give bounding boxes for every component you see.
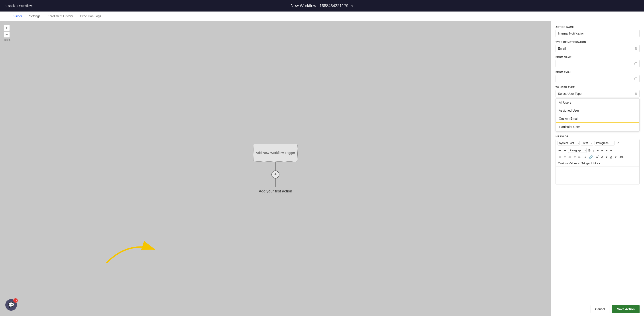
tab-builder[interactable]: Builder xyxy=(9,11,26,21)
user-type-dropdown: All Users Assigned User Custom Email Par… xyxy=(556,98,640,132)
zoom-controls: + − 100% xyxy=(4,25,10,42)
code-button[interactable]: </> xyxy=(618,155,624,159)
chat-icon: 💬 xyxy=(8,302,14,308)
highlight-arrow[interactable]: ▾ xyxy=(614,155,618,159)
notification-type-label: TYPE OF NOTIFICATION xyxy=(556,41,640,43)
header: ‹ Back to Workflows New Workflow : 16884… xyxy=(0,0,644,11)
tabs-bar: Builder Settings Enrollment History Exec… xyxy=(0,11,644,21)
paragraph-style2-wrap: Paragraph ▾ xyxy=(568,148,586,153)
zoom-in-button[interactable]: + xyxy=(4,25,10,31)
trigger-links-arrow-icon: ▾ xyxy=(599,162,600,165)
align-center-button[interactable]: ≡ xyxy=(600,148,604,153)
action-name-input[interactable] xyxy=(556,30,640,37)
toolbar-row-formatting: ↩ ↪ Paragraph ▾ B I ≡ ≡ ≡ ≡ xyxy=(556,147,639,154)
back-button[interactable]: ‹ Back to Workflows xyxy=(5,4,33,8)
dropdown-item-all-users[interactable]: All Users xyxy=(556,99,639,107)
image-button[interactable]: 🖼 xyxy=(594,155,600,159)
action-name-label: ACTION NAME xyxy=(556,26,640,28)
tab-enrollment-history[interactable]: Enrollment History xyxy=(44,11,76,21)
builder-canvas: + − 100% Add New Workflow Trigger + Add … xyxy=(0,21,551,316)
arrow-annotation xyxy=(89,227,166,272)
trigger-links-label: Trigger Links xyxy=(582,162,598,165)
font-family-wrap: System Font ▾ xyxy=(558,141,580,146)
back-label: Back to Workflows xyxy=(8,4,33,7)
italic-button[interactable]: 𝐼 xyxy=(616,141,620,146)
toolbar-row-custom: Custom Values ▾ Trigger Links ▾ xyxy=(556,160,639,166)
zoom-out-button[interactable]: − xyxy=(4,31,10,38)
add-icon: + xyxy=(274,172,277,177)
align-left-button[interactable]: ≡ xyxy=(596,148,600,153)
connector-line-1 xyxy=(275,162,276,170)
chat-button[interactable]: 💬 12 xyxy=(5,299,17,311)
toolbar-row-tools: ≔ ▾ ≔ ▾ ⇤ ⇥ 🔗 🖼 A ▾ A̲ ▾ </> xyxy=(556,154,639,160)
dropdown-item-particular-user[interactable]: Particular User xyxy=(556,123,639,131)
add-action-button[interactable]: + xyxy=(272,170,280,178)
panel-footer: Cancel Save Action xyxy=(551,302,644,316)
zoom-level: 100% xyxy=(4,38,10,42)
ordered-list-arrow[interactable]: ▾ xyxy=(573,155,576,159)
workflow-nodes: Add New Workflow Trigger + Add your firs… xyxy=(253,144,298,193)
link-button[interactable]: 🔗 xyxy=(588,155,594,159)
workflow-title: New Workflow : 1688464221179 ✎ xyxy=(291,3,353,8)
to-user-type-label: TO USER TYPE xyxy=(556,86,640,89)
indent-increase-button[interactable]: ⇥ xyxy=(583,155,587,159)
message-toolbar: System Font ▾ 12pt ▾ Paragraph xyxy=(556,139,640,184)
font-size-wrap: 12pt ▾ xyxy=(581,141,593,146)
from-name-label: FROM NAME xyxy=(556,56,640,58)
indent-decrease-button[interactable]: ⇤ xyxy=(578,155,582,159)
paragraph-style2-select[interactable]: Paragraph xyxy=(568,148,586,153)
chat-badge: 12 xyxy=(13,298,18,303)
panel-content: ACTION NAME TYPE OF NOTIFICATION Email ⇅… xyxy=(551,21,644,302)
from-email-label: FROM EMAIL xyxy=(556,71,640,74)
highlight-button[interactable]: A̲ xyxy=(609,155,613,159)
main-layout: + − 100% Add New Workflow Trigger + Add … xyxy=(0,21,644,316)
to-user-type-wrap: Select User Type ⇅ xyxy=(556,90,640,97)
paragraph-style-wrap: Paragraph ▾ xyxy=(594,141,614,146)
edit-icon[interactable]: ✎ xyxy=(350,4,353,7)
back-chevron-icon: ‹ xyxy=(5,4,6,8)
connector-line-2 xyxy=(275,178,276,187)
toolbar-row-font: System Font ▾ 12pt ▾ Paragraph xyxy=(556,139,639,147)
from-email-tag-icon: 🏷 xyxy=(634,77,637,81)
unordered-list-button[interactable]: ≔ xyxy=(558,155,562,159)
text-color-button[interactable]: A xyxy=(600,155,604,159)
custom-values-label: Custom Values xyxy=(558,162,577,165)
trigger-label: Add New Workflow Trigger xyxy=(256,151,295,155)
trigger-links-button[interactable]: Trigger Links ▾ xyxy=(582,162,600,165)
right-panel: ACTION NAME TYPE OF NOTIFICATION Email ⇅… xyxy=(551,21,644,316)
from-email-wrap: 🏷 xyxy=(556,75,640,82)
add-first-action-text: Add your first action xyxy=(259,189,292,193)
tab-execution-logs[interactable]: Execution Logs xyxy=(76,11,105,21)
save-action-button[interactable]: Save Action xyxy=(612,305,640,313)
from-email-input[interactable] xyxy=(556,75,640,82)
notification-type-select[interactable]: Email xyxy=(556,45,640,52)
unordered-list-arrow[interactable]: ▾ xyxy=(563,155,566,159)
bold-button[interactable]: B xyxy=(588,148,592,153)
from-name-input[interactable] xyxy=(556,60,640,67)
custom-values-arrow-icon: ▾ xyxy=(578,162,580,165)
ordered-list-button[interactable]: ≔ xyxy=(568,155,572,159)
dropdown-item-custom-email[interactable]: Custom Email xyxy=(556,115,639,123)
message-label: MESSAGE xyxy=(556,135,640,138)
undo-button[interactable]: ↩ xyxy=(558,148,562,153)
align-justify-button[interactable]: ≡ xyxy=(610,148,613,153)
align-right-button[interactable]: ≡ xyxy=(605,148,608,153)
notification-type-wrap: Email ⇅ xyxy=(556,45,640,52)
from-name-tag-icon: 🏷 xyxy=(634,62,637,66)
italic2-button[interactable]: I xyxy=(592,148,595,153)
workflow-title-text: New Workflow : 1688464221179 xyxy=(291,3,348,8)
to-user-type-select[interactable]: Select User Type xyxy=(556,90,640,97)
message-body[interactable] xyxy=(556,166,639,184)
paragraph-style-select[interactable]: Paragraph xyxy=(594,141,614,146)
font-family-select[interactable]: System Font xyxy=(558,141,580,146)
from-name-wrap: 🏷 xyxy=(556,60,640,67)
dropdown-item-assigned-user[interactable]: Assigned User xyxy=(556,107,639,115)
tab-settings[interactable]: Settings xyxy=(26,11,44,21)
custom-values-button[interactable]: Custom Values ▾ xyxy=(558,162,580,165)
redo-button[interactable]: ↪ xyxy=(563,148,567,153)
text-color-arrow[interactable]: ▾ xyxy=(605,155,608,159)
cancel-button[interactable]: Cancel xyxy=(590,305,610,313)
font-size-select[interactable]: 12pt xyxy=(581,141,593,146)
trigger-box[interactable]: Add New Workflow Trigger xyxy=(253,144,298,162)
